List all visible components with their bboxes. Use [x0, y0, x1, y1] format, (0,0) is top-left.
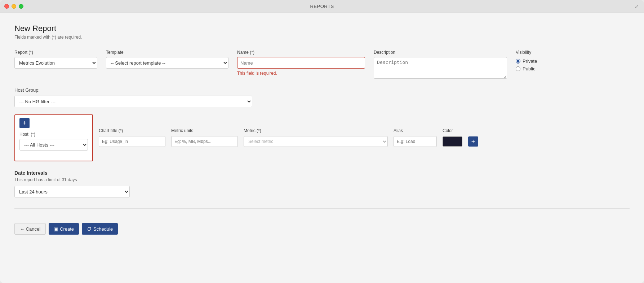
report-label: Report (*) — [14, 50, 97, 55]
description-label: Description — [374, 50, 507, 55]
window-title: REPORTS — [310, 4, 334, 9]
metrics-col-headers: Chart title (*) Metric units Metric (*) … — [99, 114, 480, 133]
public-label: Public — [523, 66, 535, 71]
visibility-label: Visibility — [516, 50, 537, 55]
private-radio-option[interactable]: Private — [516, 58, 537, 64]
titlebar: REPORTS ⤢ — [0, 0, 644, 13]
metric-data-row: Select metric + — [99, 136, 480, 147]
public-radio-option[interactable]: Public — [516, 66, 537, 71]
metric-units-input[interactable] — [171, 136, 238, 147]
metric-units-col-header: Metric units — [171, 128, 238, 133]
host-group-section: Host Group: --- No HG filter --- — [14, 87, 630, 107]
maximize-button[interactable] — [19, 4, 23, 9]
date-interval-select[interactable]: Last 24 hours — [14, 186, 130, 197]
date-intervals-title: Date Intervals — [14, 170, 630, 176]
template-label: Template — [106, 50, 228, 55]
name-label: Name (*) — [237, 50, 365, 55]
metric-col-header: Metric (*) — [244, 128, 388, 133]
visibility-group: Visibility Private Public — [516, 50, 537, 71]
chart-title-col-header: Chart title (*) — [99, 128, 165, 133]
metrics-right-section: Chart title (*) Metric units Metric (*) … — [99, 114, 480, 147]
add-row-button[interactable]: + — [19, 118, 30, 128]
host-select-group: Host: (*) --- All Hosts --- — [19, 132, 88, 151]
public-radio[interactable] — [516, 66, 520, 71]
traffic-lights[interactable] — [4, 4, 23, 9]
create-icon: ▣ — [54, 226, 58, 232]
metrics-bordered-box: + Host: (*) --- All Hosts --- — [14, 114, 93, 161]
close-button[interactable] — [4, 4, 9, 9]
metrics-left-section: + Host: (*) --- All Hosts --- — [14, 114, 93, 161]
host-group-label: Host Group: — [14, 87, 630, 93]
metrics-outer-row: + Host: (*) --- All Hosts --- C — [14, 114, 630, 161]
schedule-icon: ⏱ — [87, 226, 92, 232]
color-swatch[interactable] — [443, 136, 462, 147]
schedule-button[interactable]: ⏱ Schedule — [82, 223, 118, 235]
alias-input[interactable] — [394, 136, 437, 147]
cancel-button[interactable]: ← Cancel — [14, 223, 46, 235]
chart-title-input[interactable] — [99, 136, 165, 147]
main-content: New Report Fields marked with (*) are re… — [0, 13, 644, 283]
date-intervals-note: This report has a limit of 31 days — [14, 177, 630, 182]
minimize-button[interactable] — [12, 4, 16, 9]
create-label: Create — [60, 226, 74, 232]
schedule-label: Schedule — [93, 226, 113, 232]
alias-col-header: Alias — [394, 128, 437, 133]
footer-actions: ← Cancel ▣ Create ⏱ Schedule — [14, 216, 630, 235]
date-intervals-section: Date Intervals This report has a limit o… — [14, 170, 630, 197]
name-group: Name (*) This field is required. — [237, 50, 365, 76]
description-textarea[interactable] — [374, 57, 507, 79]
host-col-header: Host: (*) — [19, 132, 88, 137]
name-input[interactable] — [237, 57, 365, 69]
add-metric-button[interactable]: + — [468, 136, 478, 147]
name-error: This field is required. — [237, 71, 365, 76]
create-button[interactable]: ▣ Create — [49, 223, 79, 235]
private-label: Private — [523, 58, 537, 64]
description-group: Description — [374, 50, 507, 79]
color-col-header: Color — [443, 128, 464, 133]
page-subtitle: Fields marked with (*) are required. — [14, 35, 630, 40]
page-title: New Report — [14, 24, 630, 33]
host-select[interactable]: --- All Hosts --- — [19, 139, 88, 151]
expand-icon[interactable]: ⤢ — [635, 4, 639, 9]
private-radio[interactable] — [516, 59, 520, 64]
template-group: Template -- Select report template -- — [106, 50, 228, 69]
report-group: Report (*) Metrics Evolution — [14, 50, 97, 69]
top-form-row: Report (*) Metrics Evolution Template --… — [14, 50, 630, 79]
divider — [14, 208, 630, 209]
report-select[interactable]: Metrics Evolution — [14, 57, 97, 69]
template-select[interactable]: -- Select report template -- — [106, 57, 228, 69]
host-group-select[interactable]: --- No HG filter --- — [14, 96, 252, 107]
metric-select[interactable]: Select metric — [244, 136, 388, 147]
